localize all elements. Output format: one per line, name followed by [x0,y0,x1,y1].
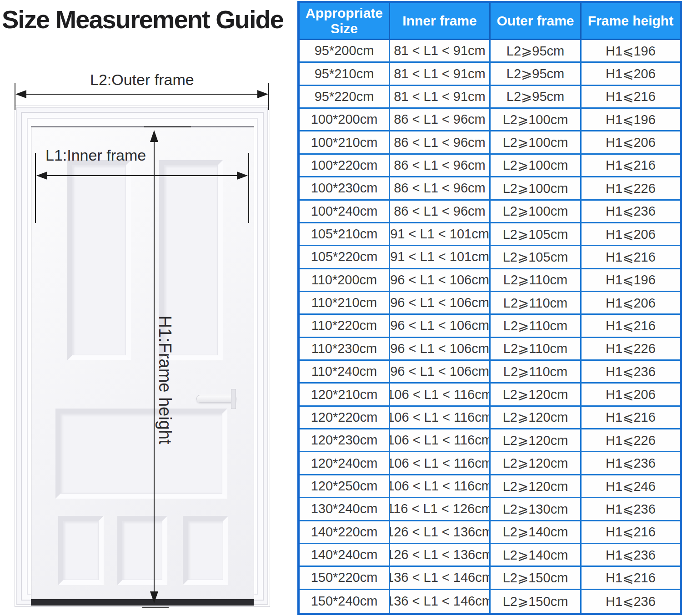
table-cell: 105*210cm [300,223,390,246]
table-cell: L2⩾120cm [491,384,582,406]
table-cell: 81 < L1 < 91cm [390,40,491,63]
table-row: 120*220cm106 < L1 < 116cmL2⩾120cmH1⩽216 [300,407,680,429]
table-header-cell: Outer frame [491,3,582,40]
table-cell: H1⩽236 [582,590,680,613]
table-row: 150*240cm136 < L1 < 146cmL2⩾150cmH1⩽236 [300,590,680,613]
table-cell: L2⩾110cm [491,269,582,292]
table-row: 120*230cm106 < L1 < 116cmL2⩾120cmH1⩽226 [300,429,680,452]
table-row: 110*200cm96 < L1 < 106cmL2⩾110cmH1⩽196 [300,269,680,292]
table-row: 150*220cm136 < L1 < 146cmL2⩾150cmH1⩽216 [300,567,680,590]
table-cell: H1⩽216 [582,521,680,544]
table-cell: H1⩽216 [582,567,680,590]
table-cell: 96 < L1 < 106cm [390,269,491,292]
door-diagram: Size Measurement Guide L2:Outer frame L1… [0,0,296,616]
table-cell: 130*240cm [300,498,390,521]
table-cell: 150*220cm [300,567,390,590]
table-row: 130*240cm116 < L1 < 126cmL2⩾130cmH1⩽236 [300,498,680,521]
table-cell: 110*220cm [300,315,390,338]
table-cell: 100*240cm [300,201,390,223]
table-cell: H1⩽196 [582,109,680,131]
door-panel-middle [55,409,227,499]
table-cell: 96 < L1 < 106cm [390,292,491,315]
table-header-cell: Appropriate Size [300,3,390,40]
table-cell: L2⩾100cm [491,131,582,154]
size-table: Appropriate Size Inner frame Outer frame… [297,1,682,615]
table-cell: 81 < L1 < 91cm [390,86,491,109]
door-panel-top-left [67,160,131,360]
table-row: 120*250cm106 < L1 < 116cmL2⩾120cmH1⩽246 [300,475,680,498]
table-cell: 95*200cm [300,40,390,63]
table-cell: 96 < L1 < 106cm [390,361,491,384]
table-row: 100*240cm86 < L1 < 96cmL2⩾100cmH1⩽236 [300,201,680,223]
table-cell: L2⩾120cm [491,429,582,452]
table-cell: 110*240cm [300,361,390,384]
table-cell: 120*220cm [300,407,390,429]
table-cell: L2⩾120cm [491,452,582,475]
table-cell: H1⩽226 [582,177,680,200]
table-cell: 95*210cm [300,63,390,86]
table-cell: L2⩾105cm [491,246,582,269]
table-cell: H1⩽216 [582,86,680,109]
table-row: 95*210cm81 < L1 < 91cmL2⩾95cmH1⩽206 [300,63,680,86]
table-cell: 100*200cm [300,109,390,131]
table-cell: 140*220cm [300,521,390,544]
table-cell: H1⩽196 [582,269,680,292]
table-row: 100*200cm86 < L1 < 96cmL2⩾100cmH1⩽196 [300,109,680,131]
table-cell: H1⩽226 [582,429,680,452]
table-cell: 96 < L1 < 106cm [390,338,491,361]
table-cell: H1⩽236 [582,498,680,521]
table-cell: L2⩾95cm [491,63,582,86]
table-cell: 126 < L1 < 136cm [390,544,491,567]
table-cell: L2⩾120cm [491,475,582,498]
table-cell: 96 < L1 < 106cm [390,315,491,338]
table-cell: L2⩾140cm [491,544,582,567]
door-panel-bottom-left [58,516,104,585]
table-cell: L2⩾110cm [491,315,582,338]
table-cell: 91 < L1 < 101cm [390,246,491,269]
table-row: 110*220cm96 < L1 < 106cmL2⩾110cmH1⩽216 [300,315,680,338]
table-cell: H1⩽236 [582,544,680,567]
table-row: 100*230cm86 < L1 < 96cmL2⩾100cmH1⩽226 [300,177,680,200]
table-cell: 116 < L1 < 126cm [390,498,491,521]
table-cell: L2⩾120cm [491,407,582,429]
table-cell: 136 < L1 < 146cm [390,590,491,613]
table-cell: L2⩾110cm [491,292,582,315]
table-cell: H1⩽216 [582,315,680,338]
table-cell: L2⩾150cm [491,590,582,613]
table-row: 110*230cm96 < L1 < 106cmL2⩾110cmH1⩽226 [300,338,680,361]
table-cell: H1⩽236 [582,361,680,384]
table-cell: 106 < L1 < 116cm [390,452,491,475]
table-cell: 86 < L1 < 96cm [390,155,491,177]
door-panel-bottom-mid [117,516,167,585]
table-cell: L2⩾150cm [491,567,582,590]
table-cell: H1⩽206 [582,292,680,315]
table-cell: 86 < L1 < 96cm [390,177,491,200]
table-cell: L2⩾100cm [491,201,582,223]
table-cell: H1⩽216 [582,155,680,177]
table-cell: L2⩾95cm [491,86,582,109]
table-cell: L2⩾130cm [491,498,582,521]
table-cell: 100*210cm [300,131,390,154]
table-cell: 105*220cm [300,246,390,269]
table-cell: 140*240cm [300,544,390,567]
table-cell: H1⩽216 [582,246,680,269]
table-cell: 126 < L1 < 136cm [390,521,491,544]
table-cell: H1⩽236 [582,452,680,475]
table-cell: H1⩽216 [582,407,680,429]
table-cell: L2⩾100cm [491,177,582,200]
table-row: 105*220cm91 < L1 < 101cmL2⩾105cmH1⩽216 [300,246,680,269]
table-row: 120*240cm106 < L1 < 116cmL2⩾120cmH1⩽236 [300,452,680,475]
table-header-row: Appropriate Size Inner frame Outer frame… [300,3,680,40]
table-cell: H1⩽226 [582,338,680,361]
table-cell: 150*240cm [300,590,390,613]
frame-height-label: H1:Frame height [155,315,175,444]
table-cell: L2⩾100cm [491,155,582,177]
table-cell: H1⩽206 [582,384,680,406]
table-cell: 106 < L1 < 116cm [390,475,491,498]
table-cell: L2⩾105cm [491,223,582,246]
door-threshold [31,599,254,606]
table-cell: 136 < L1 < 146cm [390,567,491,590]
table-cell: H1⩽206 [582,63,680,86]
table-row: 95*220cm81 < L1 < 91cmL2⩾95cmH1⩽216 [300,86,680,109]
table-cell: 86 < L1 < 96cm [390,109,491,131]
